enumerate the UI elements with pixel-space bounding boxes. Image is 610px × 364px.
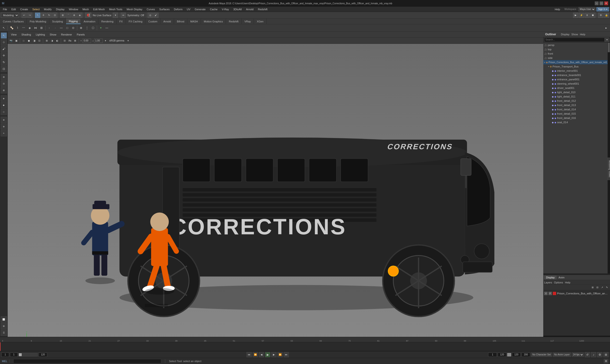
vp-menu-shading[interactable]: Shading <box>20 33 32 37</box>
anim-max-input[interactable] <box>521 352 530 357</box>
tab-fx-caching[interactable]: FX Caching <box>126 19 145 24</box>
menu-generate[interactable]: Generate <box>193 7 208 11</box>
add-icon-button[interactable]: + <box>98 25 104 31</box>
outliner-menu-display[interactable]: Display <box>561 33 570 36</box>
vp-hud-button[interactable]: ⊠ <box>73 38 78 43</box>
vp-aa-button[interactable]: Aa <box>67 38 72 43</box>
cb-menu-help[interactable]: Help <box>565 281 571 284</box>
menu-curves[interactable]: Curves <box>145 7 157 11</box>
constraint-button[interactable]: ⊕ <box>78 25 84 31</box>
parent-button[interactable]: ⋮ <box>84 25 90 31</box>
menu-vray[interactable]: V-Ray <box>220 7 231 11</box>
tree-item-light011[interactable]: ◆◆ light_detail_011 <box>543 94 608 99</box>
vp-menu-renderer[interactable]: Renderer <box>60 33 73 37</box>
outliner-search-input[interactable] <box>544 38 605 42</box>
timeline-track[interactable] <box>0 342 610 351</box>
menu-surfaces[interactable]: Surfaces <box>157 7 171 11</box>
tree-item-front[interactable]: 🎥 front <box>543 52 608 56</box>
tool-settings-5[interactable]: ◆ <box>1 102 7 108</box>
menu-window[interactable]: Window <box>67 7 80 11</box>
outliner-scroll-thumb[interactable] <box>608 43 610 52</box>
rotate-tool-button[interactable]: ↻ <box>47 13 52 18</box>
live-surface-button[interactable]: 🧲 <box>85 13 91 18</box>
tab-mash[interactable]: MASH <box>187 19 201 24</box>
menu-create[interactable]: Create <box>18 7 30 11</box>
range-slider[interactable] <box>19 353 38 356</box>
timeline-extra-button[interactable]: ⊞ <box>603 352 609 357</box>
menu-help[interactable]: Help <box>553 7 562 11</box>
rotate-tool[interactable]: ↻ <box>1 59 7 65</box>
snap-grid-button[interactable]: ⊞ <box>60 13 65 18</box>
lock-button[interactable]: 🔒 <box>604 13 609 18</box>
menu-uv[interactable]: UV <box>185 7 192 11</box>
cb-icon-3[interactable]: ↗ <box>600 285 604 290</box>
loop-button[interactable]: ↺ <box>585 352 590 357</box>
expand-toolbar-button[interactable]: ▸ <box>603 25 609 31</box>
group-button[interactable]: ⬡ <box>90 25 96 31</box>
live-surface-dropdown[interactable]: ▾ <box>113 13 118 18</box>
channel-box-resize[interactable] <box>543 336 610 337</box>
tab-motion-graphics[interactable]: Motion Graphics <box>201 19 226 24</box>
workspace-dropdown[interactable]: Maya User <box>579 7 596 12</box>
anim-end-input-3[interactable] <box>512 352 521 357</box>
maximize-button[interactable]: □ <box>599 1 603 5</box>
menu-arnold[interactable]: Arnold <box>244 7 256 11</box>
menu-display[interactable]: Display <box>54 7 66 11</box>
move-tool[interactable]: ✛ <box>1 52 7 59</box>
outliner-search-button[interactable]: ▾ <box>605 38 609 42</box>
face-button[interactable]: □ <box>64 25 70 31</box>
anim-end-input-2[interactable] <box>498 352 506 357</box>
outliner-resize-bar[interactable] <box>543 273 610 275</box>
module-dropdown[interactable]: Modeling <box>1 13 19 18</box>
gamma-input[interactable] <box>94 39 103 43</box>
menu-mesh[interactable]: Mesh <box>80 7 91 11</box>
vp-menu-show[interactable]: Show <box>48 33 58 37</box>
stop-button[interactable]: ⏹ <box>590 13 596 18</box>
component-button[interactable]: ◦ <box>47 25 52 31</box>
bind-skin-button[interactable]: ⋈ <box>33 25 38 31</box>
tab-rigging[interactable]: Rigging <box>66 19 81 24</box>
menu-deform[interactable]: Deform <box>172 7 184 11</box>
tree-item-top[interactable]: 🎥 top <box>543 47 608 52</box>
undo-button[interactable]: ↩ <box>21 13 27 18</box>
tree-item-light010[interactable]: ◆◆ light_detail_010 <box>543 90 608 94</box>
redo-button[interactable]: ↪ <box>27 13 32 18</box>
bottom-tool-3[interactable]: ☰ <box>1 330 7 336</box>
tree-item-seat014[interactable]: ◆◆ seat_014 <box>543 120 608 124</box>
menu-cache[interactable]: Cache <box>208 7 220 11</box>
play-forward-button[interactable]: ▶ <box>265 352 270 357</box>
vp-menu-view[interactable]: View <box>10 33 18 37</box>
scale-tool-button[interactable]: ⊡ <box>52 13 57 18</box>
render-button[interactable]: ▶ <box>573 13 578 18</box>
tab-poly-modeling[interactable]: Poly Modeling <box>27 19 49 24</box>
tab-redshift[interactable]: Redshift <box>226 19 241 24</box>
step-forward-button[interactable]: ▶ <box>271 352 276 357</box>
timeline-ruler[interactable]: 3 9 15 21 27 33 39 45 51 57 63 69 75 81 … <box>0 337 610 342</box>
vp-ao-button[interactable]: ◑ <box>50 38 54 43</box>
cb-menu-options[interactable]: Options <box>554 281 563 284</box>
cb-menu-layers[interactable]: Layers <box>544 281 552 284</box>
symmetry-button[interactable]: ⇔ <box>121 13 126 18</box>
menu-meshdisplay[interactable]: Mesh Display <box>125 7 144 11</box>
step-back-button[interactable]: ◀ <box>259 352 264 357</box>
vp-menu-panels[interactable]: Panels <box>75 33 86 37</box>
prev-frame-button[interactable]: ⏪ <box>253 352 258 357</box>
vp-xray-button[interactable]: ⊡ <box>37 38 42 43</box>
vp-resolution-button[interactable]: ⊟ <box>62 38 67 43</box>
menu-meshtools[interactable]: Mesh Tools <box>107 7 124 11</box>
tab-curves-surfaces[interactable]: Curves / Surfaces <box>0 19 27 24</box>
move-tool-button[interactable]: ✛ <box>41 13 46 18</box>
tool-settings-4[interactable]: ◈ <box>1 95 7 102</box>
scale-tool[interactable]: ⊡ <box>1 66 7 72</box>
tree-item-main-group[interactable]: ▸ ◈ Prison_Corrections_Bus_with_Officer_… <box>543 60 608 64</box>
cb-icon-2[interactable]: ⊟ <box>595 285 599 290</box>
bottom-tool-2[interactable]: ⊞ <box>1 323 7 329</box>
tab-animation[interactable]: Animation <box>81 19 98 24</box>
tool-settings-3[interactable]: ⊠ <box>1 87 7 93</box>
menu-editmesh[interactable]: Edit Mesh <box>91 7 107 11</box>
subframe-input[interactable] <box>10 352 18 357</box>
outliner-menu-help[interactable]: Help <box>580 33 585 36</box>
tab-xgen[interactable]: XGen <box>254 19 267 24</box>
tab-rendering[interactable]: Rendering <box>98 19 117 24</box>
menu-file[interactable]: File <box>1 7 9 11</box>
